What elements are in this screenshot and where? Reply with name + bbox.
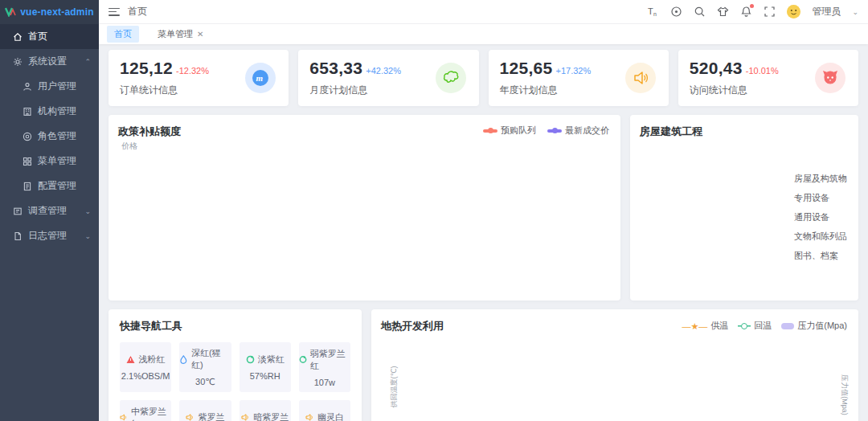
log-doc-icon [13, 231, 23, 241]
legend-item[interactable]: 通用设备 [780, 211, 847, 223]
legend-swatch [780, 194, 789, 203]
speaker-icon [625, 63, 656, 93]
quick-nav-label: 幽灵白 [317, 411, 344, 421]
legend-label: 最新成交价 [565, 125, 609, 137]
stat-value: 520,43 [690, 59, 743, 77]
quick-nav-label: 紫罗兰 [198, 411, 224, 421]
legend-item[interactable]: 房屋及构筑物 [780, 173, 847, 185]
user-icon [23, 82, 32, 92]
user-caret-icon[interactable]: ⌄ [852, 8, 858, 16]
sidebar-item-survey[interactable]: 调查管理 ⌄ [0, 198, 99, 223]
legend-item[interactable]: 压力值(Mpa) [781, 320, 847, 332]
tab-label: 菜单管理 [158, 28, 193, 40]
legend-item[interactable]: 文物和陈列品 [780, 231, 847, 243]
sidebar-item-org[interactable]: 机构管理 [0, 99, 99, 124]
legend-item[interactable]: 专用设备 [780, 192, 847, 204]
speaker-icon [305, 413, 314, 421]
bell-icon[interactable] [740, 6, 752, 18]
stat-delta: -10.01% [746, 66, 779, 76]
legend-ring-marker [738, 324, 751, 328]
right-axis-label: 压力值(Mpa) [839, 374, 850, 415]
avatar[interactable] [787, 5, 800, 18]
main-content: 125,12-12.32% 订单统计信息 m 653,33+42.32% 月度计… [99, 44, 868, 421]
notification-badge [750, 4, 754, 8]
font-size-icon[interactable]: Tn [647, 6, 659, 18]
drop-icon [179, 355, 188, 364]
legend-item[interactable]: —★—供温 [682, 320, 728, 332]
policy-chart-legend: 预购队列 最新成交价 [483, 125, 609, 137]
map-icon [436, 63, 466, 93]
quick-nav-value: 2.1%OBS/M [121, 371, 170, 381]
stat-delta: +42.32% [366, 66, 401, 76]
legend-item[interactable]: 图书、档案 [780, 250, 847, 262]
policy-area-chart [118, 147, 609, 301]
sidebar-item-label: 首页 [28, 30, 47, 43]
menu-grid-icon [23, 157, 32, 166]
sidebar: vue-next-admin 首页 系统设置 ⌃ 用户管理 机构管理 [0, 0, 99, 421]
sidebar-item-users[interactable]: 用户管理 [0, 74, 99, 99]
app-root: vue-next-admin 首页 系统设置 ⌃ 用户管理 机构管理 [0, 0, 868, 421]
tab-home[interactable]: 首页 [107, 26, 139, 43]
quick-nav-item[interactable]: 中紫罗兰红 57DB [120, 400, 171, 421]
header: 首页 Tn 管理员 ⌄ [99, 0, 868, 24]
sidebar-item-menus[interactable]: 菜单管理 [0, 149, 99, 174]
legend-label: 房屋及构筑物 [794, 173, 847, 185]
chevron-up-icon: ⌃ [84, 58, 91, 66]
legend-label: 文物和陈列品 [794, 231, 847, 243]
legend-swatch [780, 251, 789, 261]
legend-label: 图书、档案 [794, 250, 838, 262]
quick-nav-item[interactable]: 深红(猩红) 30℃ [179, 342, 231, 392]
user-name[interactable]: 管理员 [812, 5, 841, 18]
breadcrumb[interactable]: 首页 [128, 5, 147, 18]
quick-nav-item[interactable]: 浅粉红 2.1%OBS/M [120, 342, 171, 392]
chevron-down-icon: ⌄ [84, 207, 91, 215]
svg-text:n: n [653, 11, 657, 17]
geo-chart-legend: —★—供温 回温 压力值(Mpa) [682, 320, 847, 332]
quick-nav-item[interactable]: 弱紫罗兰红 107w [299, 342, 350, 392]
legend-label: 压力值(Mpa) [797, 320, 847, 332]
legend-item[interactable]: 回温 [738, 320, 772, 332]
legend-marker [483, 129, 497, 133]
logo[interactable]: vue-next-admin [0, 0, 99, 24]
legend-star-marker: —★— [682, 322, 707, 330]
sidebar-item-home[interactable]: 首页 [0, 24, 99, 49]
speaker-icon [186, 413, 194, 421]
stat-value: 653,33 [309, 59, 362, 77]
search-icon[interactable] [694, 6, 706, 18]
stat-card-orders: 125,12-12.32% 订单统计信息 m [108, 50, 289, 106]
tab-menu-manage[interactable]: 菜单管理 ✕ [150, 26, 211, 43]
quick-nav-item[interactable]: 紫罗兰 57PV [179, 400, 231, 421]
sidebar-item-system[interactable]: 系统设置 ⌃ [0, 49, 99, 74]
header-actions: Tn 管理员 ⌄ [647, 5, 858, 18]
sidebar-item-label: 配置管理 [38, 179, 76, 193]
quick-nav-item[interactable]: 幽灵白 12kg [299, 400, 350, 421]
quick-nav-value: 57%RH [250, 371, 280, 381]
sidebar-item-config[interactable]: 配置管理 [0, 174, 99, 198]
svg-text:T: T [648, 6, 653, 16]
quick-nav-item[interactable]: 暗紫罗兰 517Cpd [240, 400, 291, 421]
quick-nav-grid: 浅粉红 2.1%OBS/M 深红(猩红) 30℃ 淡紫红 57%RH 弱紫罗兰红… [120, 342, 350, 421]
fullscreen-icon[interactable] [764, 6, 776, 18]
tab-close-icon[interactable]: ✕ [197, 30, 203, 39]
sidebar-item-label: 机构管理 [38, 104, 76, 118]
donut-legend: 房屋及构筑物 专用设备 通用设备 文物和陈列品 图书、档案 [780, 173, 847, 262]
sidebar-item-label: 菜单管理 [38, 154, 76, 168]
legend-item[interactable]: 最新成交价 [547, 125, 609, 137]
collapse-menu-icon[interactable] [108, 8, 120, 16]
building-chart-card: 房屋建筑工程 房屋及构筑物 专用设备 通用设备 文物和陈列品 图书、档案 [630, 115, 858, 300]
quick-nav-item[interactable]: 淡紫红 57%RH [240, 342, 291, 392]
stat-delta: +17.32% [556, 66, 592, 76]
legend-label: 通用设备 [794, 211, 829, 223]
theme-icon[interactable] [717, 6, 729, 18]
quick-nav-label: 暗紫罗兰 [253, 411, 289, 421]
sidebar-item-roles[interactable]: 角色管理 [0, 124, 99, 149]
legend-item[interactable]: 预购队列 [483, 125, 536, 137]
legend-swatch [780, 174, 789, 184]
component-size-icon[interactable] [670, 6, 682, 18]
sidebar-item-logs[interactable]: 日志管理 ⌄ [0, 223, 99, 248]
quick-nav-label: 中紫罗兰红 [131, 406, 171, 421]
config-doc-icon [23, 182, 32, 191]
stat-card-monthly: 653,33+42.32% 月度计划信息 [298, 50, 478, 106]
ring-icon [246, 355, 255, 364]
legend-marker [547, 129, 562, 133]
